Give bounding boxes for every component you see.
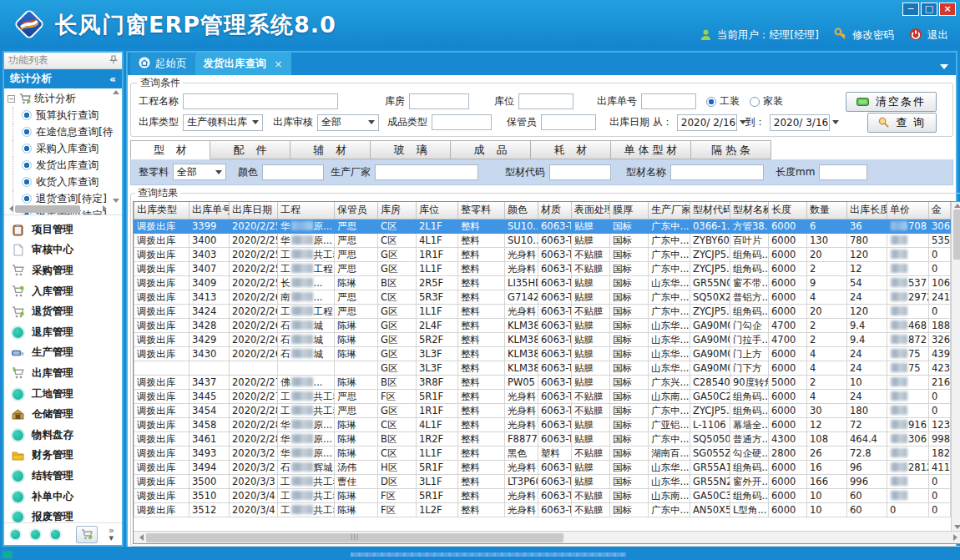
change-password-button[interactable]: 修改密码 [834,28,894,43]
sidebar-item-退库管理[interactable]: 退库管理 [4,322,122,343]
tree-item[interactable]: 采购入库查询 [8,140,110,157]
sidebar-item-生产管理[interactable]: 生产管理 [4,343,122,364]
tree-item[interactable]: 发货出库查询 [8,157,110,174]
clear-conditions-button[interactable]: 清空条件 [846,92,937,112]
module-circle-icon[interactable] [51,530,60,539]
material-tab-辅材[interactable]: 辅材 [291,140,371,159]
tree-root[interactable]: − 统计分析 [8,91,110,107]
table-row[interactable]: 调拨出库34282020/2/26石城陈琳G区2L4F整料KLM38176063… [134,318,951,332]
table-row[interactable]: 调拨出库34612020/2/28华原...陈琳B区1R2F整料F8877FT6… [134,431,951,446]
table-row[interactable]: 调拨出库34932020/3/2华原...陈琳C区1L1F整料黑色塑料不贴膜国标… [134,446,951,460]
jiazhuang-radio-label[interactable]: 家装 [763,94,783,108]
sidebar-item-入库管理[interactable]: 入库管理 [4,281,122,302]
table-row[interactable]: 调拨出库35122020/3/4工共工程陈琳F区1L2F整料光身料6063-T5… [134,502,951,517]
column-header[interactable]: 表面处理 [572,202,610,219]
sidebar-item-采购管理[interactable]: 采购管理 [4,260,122,281]
tab-list-caret-icon[interactable] [940,64,948,69]
table-row[interactable]: 调拨出库34002020/2/25华原...严思C区4L1F整料SU10...6… [134,233,951,247]
column-header[interactable]: 单价 [887,202,929,219]
keeper-input[interactable] [541,114,596,130]
column-header[interactable]: 长度 [769,202,807,219]
column-header[interactable]: 生产厂家 [649,202,690,219]
column-header[interactable]: 库位 [417,202,458,219]
sidebar-item-补单中心[interactable]: 补单中心 [4,487,122,507]
order-no-input[interactable] [641,93,696,109]
table-row[interactable]: 调拨出库34092020/2/25长...陈琳B区2R5F整料LI35HD606… [134,275,951,290]
sidebar-item-结转管理[interactable]: 结转管理 [4,466,122,487]
table-row[interactable]: 调拨出库34942020/3/2石辉城汤伟H区5R1F整料光身料6063-T5贴… [134,460,951,474]
module-circle-icon[interactable] [11,530,20,539]
material-tab-配件[interactable]: 配件 [210,140,291,159]
column-header[interactable]: 颜色 [505,202,538,219]
product-type-input[interactable] [432,114,492,130]
sidebar-item-工地管理[interactable]: 工地管理 [4,384,122,405]
table-vertical-scrollbar[interactable] [951,202,960,531]
project-name-input[interactable] [183,93,338,109]
out-type-select[interactable]: 生产领料出库 [183,114,263,131]
logout-button[interactable]: 退出 [909,28,948,43]
table-row[interactable]: 调拨出库34582020/2/28华原...陈琳C区4L1F整料光身料6063-… [134,417,951,431]
expander-icon[interactable]: − [8,95,15,103]
table-row[interactable]: 调拨出库34302020/2/26石城陈琳G区3L3F整料KLM38176063… [134,346,951,361]
sidebar-item-退货管理[interactable]: 退货管理 [4,301,122,322]
material-tab-型材[interactable]: 型材 [130,140,210,159]
pin-icon[interactable] [109,55,118,67]
warehouse-input[interactable] [409,93,469,109]
length-mm-input[interactable] [819,164,867,180]
profile-name-input[interactable] [670,164,764,180]
tab-active[interactable]: 发货出库查询 × [195,53,291,75]
tab-home[interactable]: 起始页 [130,53,195,75]
overflow-chevron[interactable]: »▾ [109,527,114,542]
table-row[interactable]: 调拨出库35102020/3/4工共工程陈琳F区5R1F整料光身料6063-T5… [134,488,951,502]
jiazhuang-radio[interactable] [750,97,760,107]
table-row[interactable]: 调拨出库34132020/2/26南...严思C区5R3F整料G71422606… [134,290,951,304]
column-header[interactable]: 出库日期 [230,202,278,219]
column-header[interactable]: 型材名称 [730,202,769,219]
column-header[interactable]: 出库长度 [847,202,887,219]
date-from-select[interactable]: 2020/ 2/16 [677,114,737,131]
column-header[interactable]: 出库类型 [134,202,189,219]
collapse-icon[interactable]: « [109,73,116,85]
table-row[interactable]: 调拨出库34242020/2/26工工程严思G区1L1F整料光身料6063-T5… [134,304,951,318]
table-row[interactable]: 调拨出库34072020/2/25工工程严思G区1L1F整料光身料6063-T5… [134,261,951,275]
gongzhuang-radio[interactable] [706,97,716,107]
sidebar-item-审核中心[interactable]: 审核中心 [4,240,122,261]
cart-module-button[interactable] [76,526,98,543]
sidebar-item-物料盘存[interactable]: 物料盘存 [4,425,122,446]
column-header[interactable]: 整零料 [458,202,505,219]
tab-close-icon[interactable]: × [271,58,283,70]
search-button[interactable]: 查 询 [867,113,937,133]
table-row[interactable]: 调拨出库35002020/3/3工共工程曹佳D区3L1F整料LT3P606063… [134,474,951,488]
material-tab-单体型材[interactable]: 单体型材 [611,140,691,159]
sidebar-section-header[interactable]: 统计分析 « [4,69,122,88]
material-tab-耗材[interactable]: 耗材 [531,140,611,159]
table-row[interactable]: G区3L3F整料KLM38176063-T5贴膜国标山东华...GA90M09.… [134,361,951,375]
column-header[interactable]: 金 [929,202,951,219]
tree-item[interactable]: 收货入库查询 [8,174,110,190]
table-horizontal-scrollbar[interactable]: III [134,531,960,543]
material-tab-隔热条[interactable]: 隔热条 [691,140,771,159]
close-button[interactable]: × [939,3,956,16]
tree-item[interactable]: 在途信息查询[待 [8,124,110,140]
tree-horizontal-scrollbar[interactable] [6,204,110,214]
table-row[interactable]: 调拨出库34032020/2/25工共工程严思G区1R1F整料光身料6063-T… [134,247,951,261]
sidebar-item-报废管理[interactable]: 报废管理 [4,507,122,522]
column-header[interactable]: 材质 [538,202,572,219]
tree-vertical-scrollbar[interactable] [111,90,121,203]
sidebar-item-财务管理[interactable]: 财务管理 [4,446,122,467]
table-row[interactable]: 调拨出库34452020/2/27工共工程严思F区5R1F整料光身料6063-T… [134,389,951,403]
table-row[interactable]: 调拨出库34292020/2/26石城陈琳G区5R2F整料KLM38176063… [134,332,951,346]
location-input[interactable] [518,93,573,109]
table-row[interactable]: 调拨出库34372020/2/27佛...陈琳B区3R8F整料PW056063-… [134,375,951,389]
gongzhuang-radio-label[interactable]: 工装 [720,94,740,108]
column-header[interactable]: 数量 [807,202,847,219]
column-header[interactable]: 库房 [378,202,417,219]
material-tab-玻璃[interactable]: 玻璃 [371,140,451,159]
sidebar-item-仓储管理[interactable]: 仓储管理 [4,404,122,425]
maximize-button[interactable]: □ [921,3,937,16]
minimize-button[interactable]: − [902,3,919,16]
column-header[interactable]: 出库单号 [189,202,230,219]
column-header[interactable]: 膜厚 [610,202,649,219]
sidebar-item-项目管理[interactable]: 项目管理 [4,219,122,240]
table-row[interactable]: 调拨出库33992020/2/25华原...严思C区2L1F整料SU10...6… [134,219,951,233]
